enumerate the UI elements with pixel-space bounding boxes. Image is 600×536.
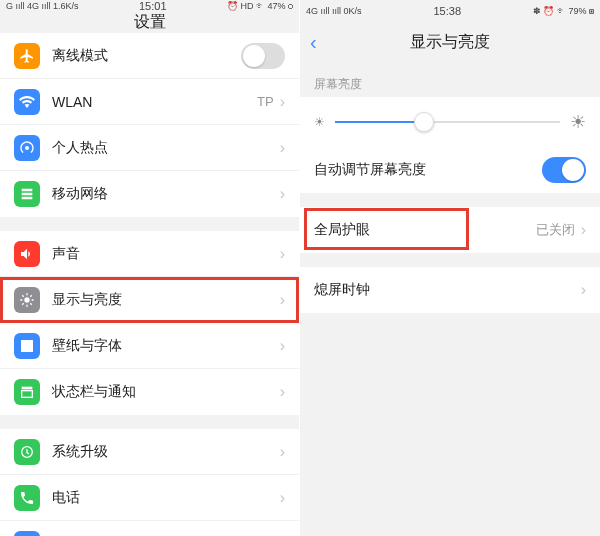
row-label: 离线模式 [52,47,241,65]
settings-row-sound[interactable]: 声音› [0,231,299,277]
settings-row-brightness[interactable]: 显示与亮度› [0,277,299,323]
chevron-right-icon: › [280,337,285,355]
status-signal: G ııll 4G ııll 1.6K/s [6,1,79,11]
section-title-brightness: 屏幕亮度 [300,68,600,97]
airplane-icon [14,43,40,69]
auto-brightness-row[interactable]: 自动调节屏幕亮度 [300,147,600,193]
svg-point-0 [25,146,29,150]
row-label: 壁纸与字体 [52,337,280,355]
row-label: 电话 [52,489,280,507]
svg-rect-2 [22,387,33,390]
status-battery: ⏰ HD ᯤ 47% ▢ [227,1,293,11]
settings-row-wallpaper[interactable]: 壁纸与字体› [0,323,299,369]
header-right: ‹ 显示与亮度 [300,22,600,62]
header-left: 设置 [0,12,299,33]
row-label: 移动网络 [52,185,280,203]
brightness-high-icon: ☀ [570,111,586,133]
status-time: 15:01 [139,0,167,12]
page-title: 显示与亮度 [410,32,490,53]
update-icon [14,439,40,465]
account-icon [14,531,40,536]
airplane-toggle[interactable] [241,43,285,69]
row-value: TP [257,94,274,109]
chevron-right-icon: › [280,443,285,461]
settings-row-wifi[interactable]: WLANTP› [0,79,299,125]
settings-row-phone[interactable]: 电话› [0,475,299,521]
chevron-right-icon: › [280,185,285,203]
svg-point-1 [24,297,29,302]
chevron-right-icon: › [280,93,285,111]
settings-row-airplane[interactable]: 离线模式 [0,33,299,79]
status-bar-right: 4G ııll ııll 0K/s 15:38 ✽ ⏰ ᯤ 79% ▣ [300,0,600,22]
eye-care-label: 全局护眼 [314,221,536,239]
status-bar-left: G ııll 4G ııll 1.6K/s 15:01 ⏰ HD ᯤ 47% ▢ [0,0,299,12]
row-label: WLAN [52,94,257,110]
settings-pane: G ııll 4G ııll 1.6K/s 15:01 ⏰ HD ᯤ 47% ▢… [0,0,300,536]
svg-rect-3 [22,391,33,398]
chevron-right-icon: › [280,245,285,263]
wifi-icon [14,89,40,115]
sleep-clock-label: 熄屏时钟 [314,281,581,299]
settings-row-notify[interactable]: 状态栏与通知› [0,369,299,415]
notify-icon [14,379,40,405]
phone-icon [14,485,40,511]
eye-care-value: 已关闭 [536,221,575,239]
chevron-right-icon: › [280,489,285,507]
wallpaper-icon [14,333,40,359]
brightness-icon [14,287,40,313]
chevron-right-icon: › [581,221,586,239]
row-label: 系统升级 [52,443,280,461]
page-title: 设置 [134,12,166,33]
brightness-slider[interactable] [335,121,560,123]
hotspot-icon [14,135,40,161]
chevron-right-icon: › [280,291,285,309]
row-label: 显示与亮度 [52,291,280,309]
status-time: 15:38 [433,5,461,17]
settings-row-account[interactable]: 帐户与同步› [0,521,299,536]
settings-row-mobile[interactable]: 移动网络› [0,171,299,217]
chevron-right-icon: › [280,383,285,401]
mobile-icon [14,181,40,207]
status-signal: 4G ııll ııll 0K/s [306,6,362,16]
row-label: 声音 [52,245,280,263]
brightness-low-icon: ☀ [314,115,325,129]
settings-row-hotspot[interactable]: 个人热点› [0,125,299,171]
row-label: 个人热点 [52,139,280,157]
row-label: 状态栏与通知 [52,383,280,401]
eye-care-row[interactable]: 全局护眼 已关闭 › [300,207,600,253]
chevron-right-icon: › [581,281,586,299]
status-battery: ✽ ⏰ ᯤ 79% ▣ [533,6,594,16]
display-brightness-pane: 4G ııll ııll 0K/s 15:38 ✽ ⏰ ᯤ 79% ▣ ‹ 显示… [300,0,600,536]
sleep-clock-row[interactable]: 熄屏时钟 › [300,267,600,313]
back-button[interactable]: ‹ [310,31,317,54]
auto-brightness-label: 自动调节屏幕亮度 [314,161,542,179]
chevron-right-icon: › [280,139,285,157]
settings-row-update[interactable]: 系统升级› [0,429,299,475]
sound-icon [14,241,40,267]
auto-brightness-toggle[interactable] [542,157,586,183]
brightness-slider-row[interactable]: ☀ ☀ [300,97,600,147]
